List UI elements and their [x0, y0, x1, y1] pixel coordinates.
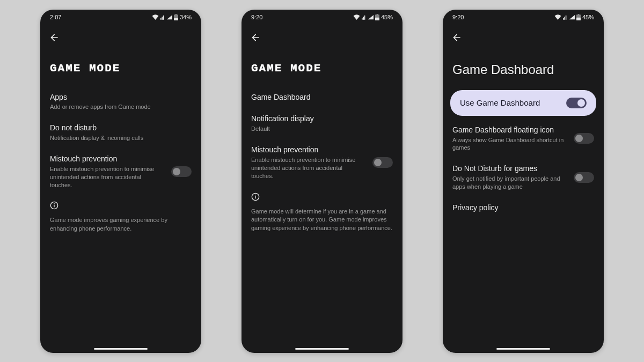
app-bar	[40, 24, 201, 47]
app-bar	[241, 24, 402, 47]
status-bar: 9:20 45%	[241, 10, 402, 24]
floating-icon-toggle[interactable]	[574, 133, 594, 144]
setting-mistouch[interactable]: Mistouch prevention Enable mistouch prev…	[241, 139, 402, 186]
page-title: GAME MODE	[241, 47, 402, 86]
info-block: Game mode improves gaming experience by …	[40, 195, 201, 240]
battery-icon	[174, 14, 178, 20]
app-bar	[443, 24, 604, 47]
battery-icon	[375, 14, 379, 20]
status-time: 9:20	[251, 14, 262, 20]
setting-floating-icon[interactable]: Game Dashboard floating icon Always show…	[443, 119, 604, 158]
network-icon	[362, 14, 366, 20]
status-bar: 9:20 45%	[443, 10, 604, 24]
svg-rect-14	[563, 18, 564, 19]
nav-bar-handle[interactable]	[295, 348, 349, 350]
svg-rect-5	[54, 205, 54, 208]
signal-icon	[569, 14, 575, 20]
status-battery: 45%	[381, 14, 393, 20]
use-game-dashboard-pill[interactable]: Use Game Dashboard	[450, 90, 596, 116]
status-time: 2:07	[50, 14, 61, 20]
status-right: 45%	[353, 14, 393, 20]
status-battery: 34%	[180, 14, 192, 20]
setting-title: Apps	[50, 92, 192, 102]
dnd-games-toggle[interactable]	[574, 172, 594, 183]
signal-icon	[368, 14, 374, 20]
setting-subtitle: Add or remove apps from Game mode	[50, 103, 192, 111]
svg-rect-7	[362, 18, 363, 19]
phone-screen-2: 9:20 45% GAME MODE Game Dashboard Notifi…	[241, 10, 402, 353]
arrow-back-icon	[49, 32, 60, 43]
battery-icon	[576, 14, 581, 20]
setting-subtitle: Always show Game Dashboard shortcut in g…	[452, 136, 567, 152]
phone-screen-1: 2:07 34% GAME MODE Apps Add or remove ap…	[40, 10, 201, 353]
wifi-icon	[152, 14, 159, 20]
network-icon	[160, 14, 165, 20]
back-button[interactable]	[447, 28, 466, 47]
back-button[interactable]	[246, 28, 265, 47]
setting-title: Game Dashboard floating icon	[452, 125, 567, 135]
setting-dnd-games[interactable]: Do Not Disturb for games Only get notifi…	[443, 158, 604, 197]
setting-dnd[interactable]: Do not disturb Notification display & in…	[40, 117, 201, 148]
nav-bar-handle[interactable]	[496, 348, 550, 350]
back-button[interactable]	[45, 28, 64, 47]
svg-rect-0	[160, 18, 162, 19]
info-icon	[50, 201, 58, 210]
info-text: Game mode improves gaming experience by …	[50, 216, 192, 233]
setting-title: Privacy policy	[452, 203, 594, 213]
svg-rect-3	[174, 18, 178, 20]
svg-rect-15	[564, 17, 565, 20]
network-icon	[563, 14, 567, 20]
setting-title: Do not disturb	[50, 123, 192, 133]
setting-subtitle: Notification display & incoming calls	[50, 134, 192, 142]
setting-game-dashboard[interactable]: Game Dashboard	[241, 86, 402, 108]
arrow-back-icon	[250, 32, 261, 43]
setting-title: Game Dashboard	[251, 92, 393, 102]
status-battery: 45%	[582, 14, 594, 20]
setting-title: Mistouch prevention	[251, 145, 366, 155]
setting-subtitle: Default	[251, 125, 393, 133]
svg-rect-13	[255, 195, 255, 195]
svg-rect-17	[576, 17, 581, 20]
setting-title: Mistouch prevention	[50, 154, 165, 164]
pill-title: Use Game Dashboard	[460, 98, 540, 108]
status-right: 34%	[152, 14, 192, 20]
svg-rect-9	[364, 15, 365, 19]
setting-apps[interactable]: Apps Add or remove apps from Game mode	[40, 86, 201, 117]
svg-rect-16	[566, 15, 567, 19]
info-text: Game mode will determine if you are in a…	[251, 208, 393, 233]
setting-title: Do Not Disturb for games	[452, 164, 567, 174]
use-game-dashboard-toggle[interactable]	[566, 98, 587, 108]
mistouch-toggle[interactable]	[171, 166, 192, 177]
setting-notification-display[interactable]: Notification display Default	[241, 108, 402, 139]
setting-subtitle: Enable mistouch prevention to minimise u…	[251, 156, 366, 180]
status-right: 45%	[554, 14, 594, 20]
mistouch-toggle[interactable]	[372, 157, 393, 168]
phone-screen-3: 9:20 45% Game Dashboard Use Game Dashboa…	[443, 10, 604, 353]
svg-rect-10	[375, 17, 379, 20]
arrow-back-icon	[451, 32, 462, 43]
status-time: 9:20	[452, 14, 464, 20]
wifi-icon	[353, 14, 360, 20]
info-block: Game mode will determine if you are in a…	[241, 186, 402, 240]
setting-mistouch[interactable]: Mistouch prevention Enable mistouch prev…	[40, 148, 201, 195]
setting-subtitle: Enable mistouch prevention to minimise u…	[50, 165, 165, 189]
svg-rect-12	[255, 196, 255, 198]
info-icon	[251, 193, 260, 201]
svg-rect-1	[162, 17, 163, 20]
status-bar: 2:07 34%	[40, 10, 201, 24]
signal-icon	[166, 14, 172, 20]
nav-bar-handle[interactable]	[94, 348, 148, 350]
svg-rect-2	[163, 15, 164, 19]
svg-rect-6	[54, 203, 54, 204]
page-title: Game Dashboard	[443, 47, 604, 90]
setting-title: Notification display	[251, 114, 393, 124]
wifi-icon	[554, 14, 561, 20]
svg-rect-8	[363, 17, 364, 20]
page-title: GAME MODE	[40, 47, 201, 86]
setting-privacy-policy[interactable]: Privacy policy	[443, 197, 604, 219]
setting-subtitle: Only get notified by important people an…	[452, 175, 567, 191]
